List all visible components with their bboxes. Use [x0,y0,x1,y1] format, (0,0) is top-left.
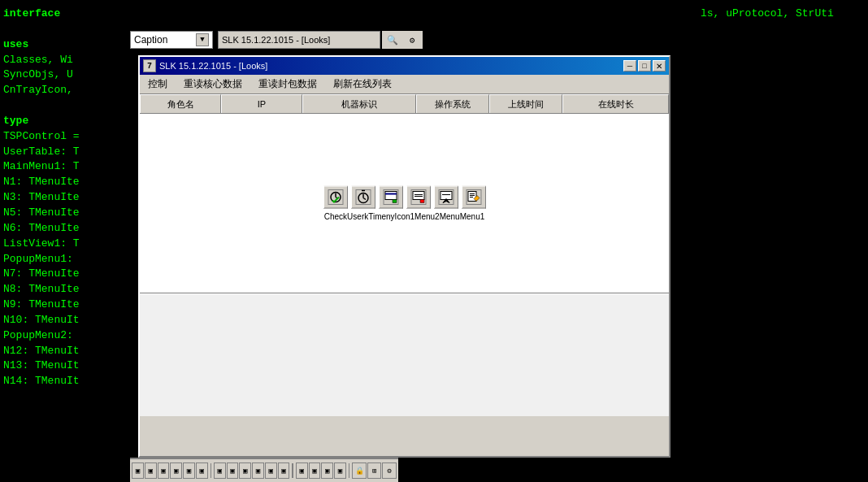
separator-1 [210,463,211,478]
separator-3 [349,463,349,478]
close-button[interactable]: ✕ [653,60,666,72]
code-line-11: N1: TMenuIte [3,175,135,190]
th-rolename: 角色名 [140,94,221,113]
code-line-14: N6: TMenuIte [3,221,135,237]
b-icon-8[interactable]: ▣ [227,462,239,479]
maximize-button[interactable]: □ [638,60,651,72]
code-line-15: ListView1: T [3,237,135,252]
window-title: SLK 15.1.22.1015 - [Looks] [159,61,623,71]
timer-icon[interactable] [351,186,375,209]
menu-item-refresh[interactable]: 刷新在线列表 [328,76,397,93]
toolbar-btn-2[interactable]: ⚙ [403,31,421,49]
code-line-18: N8: TMenuIte [3,282,135,297]
icons-area: CheckUserkTimenyIcon1Menu2MenuMenu1 [323,186,486,221]
b-icon-6[interactable]: ▣ [196,462,208,479]
caption-dropdown-arrow[interactable]: ▼ [196,33,209,46]
th-duration: 在线时长 [562,94,669,113]
code-line-22: N12: TMenuIt [3,344,135,359]
code-line-type: type [3,114,135,129]
right-line-1: ls, uProtocol, StrUti [701,7,865,22]
code-line-8: TSPControl = [3,129,135,145]
menu2-icon[interactable] [406,186,431,209]
separator-2 [292,463,293,478]
code-line-12: N3: TMenuIte [3,190,135,206]
b-icon-16[interactable]: ▣ [334,462,346,479]
window-controls: ─ □ ✕ [623,60,666,72]
slk-window: 7 SLK 15.1.22.1015 - [Looks] ─ □ ✕ 控制 重读… [138,55,671,458]
svg-rect-12 [393,200,397,203]
window-titlebar: 7 SLK 15.1.22.1015 - [Looks] ─ □ ✕ [140,57,669,75]
b-icon-9[interactable]: ▣ [239,462,251,479]
code-line-19: N9: TMenuIte [3,297,135,313]
code-line-10: MainMenu1: T [3,159,135,175]
icons-row [323,186,486,209]
code-editor-left: interface uses Classes, Wi SyncObjs, U C… [0,0,138,482]
b-icon-17[interactable]: 🔒 [352,462,367,479]
menu-item-reload-packet[interactable]: 重读封包数据 [254,76,322,93]
svg-rect-10 [385,192,397,200]
menu-item-control[interactable]: 控制 [143,76,172,93]
b-icon-1[interactable]: ▣ [132,462,144,479]
th-online-time: 上线时间 [489,94,562,113]
code-line-9: UserTable: T [3,145,135,160]
b-icon-13[interactable]: ▣ [296,462,308,479]
code-line-20: N10: TMenuIt [3,313,135,328]
code-line-uses: uses [3,37,135,53]
code-line-17: N7: TMenuIte [3,267,135,282]
code-line-21: PopupMenu2: [3,328,135,344]
check-user-icon[interactable] [323,186,348,209]
b-icon-2[interactable]: ▣ [145,462,157,479]
b-icon-10[interactable]: ▣ [252,462,264,479]
icons-label: CheckUserkTimenyIcon1Menu2MenuMenu1 [324,212,485,221]
b-icon-18[interactable]: ⊞ [367,462,382,479]
caption-dropdown[interactable]: Caption ▼ [130,31,213,49]
code-line-empty1 [3,22,135,37]
table-area: CheckUserkTimenyIcon1Menu2MenuMenu1 [140,114,669,293]
code-line-24: N14: TMenuIt [3,374,135,389]
caption-label: Caption [134,34,167,46]
menu1-icon[interactable] [379,186,403,209]
code-line-3: Classes, Wi [3,53,135,68]
minimize-button[interactable]: ─ [623,60,636,72]
ide-title: SLK 15.1.22.1015 - [Looks] [222,35,330,45]
b-icon-19[interactable]: ⚙ [382,462,397,479]
code-line-13: N5: TMenuIte [3,206,135,221]
b-icon-7[interactable]: ▣ [214,462,226,479]
b-icon-14[interactable]: ▣ [309,462,321,479]
table-header: 角色名 IP 机器标识 操作系统 上线时间 在线时长 [140,94,669,114]
svg-rect-14 [413,192,424,200]
code-line-4: SyncObjs, U [3,67,135,83]
b-icon-5[interactable]: ▣ [183,462,195,479]
code-line-16: PopupMenu1: [3,252,135,267]
b-icon-15[interactable]: ▣ [321,462,333,479]
code-line-interface: interface [3,7,135,22]
th-os: 操作系统 [416,94,489,113]
code-line-empty2 [3,98,135,114]
menu4-icon[interactable] [462,186,486,209]
b-icon-4[interactable]: ▣ [170,462,182,479]
th-ip: IP [221,94,302,113]
b-icon-3[interactable]: ▣ [158,462,170,479]
code-line-5: CnTrayIcon, [3,83,135,98]
bottom-panel [140,294,669,416]
b-icon-12[interactable]: ▣ [278,462,290,479]
bottom-toolbar: ▣ ▣ ▣ ▣ ▣ ▣ ▣ ▣ ▣ ▣ ▣ ▣ ▣ ▣ ▣ ▣ 🔒 ⊞ ⚙ [130,458,398,482]
svg-rect-17 [420,200,424,203]
code-editor-right: ls, uProtocol, StrUti [697,0,868,482]
code-line-23: N13: TMenuIt [3,358,135,374]
toolbar-btn-1[interactable]: 🔍 [384,31,401,49]
menu-item-reload-core[interactable]: 重读核心数据 [179,76,247,93]
th-machine: 机器标识 [302,94,416,113]
menu3-icon[interactable] [434,186,458,209]
window-menubar: 控制 重读核心数据 重读封包数据 刷新在线列表 [140,75,669,94]
window-icon: 7 [143,59,156,72]
b-icon-11[interactable]: ▣ [265,462,277,479]
